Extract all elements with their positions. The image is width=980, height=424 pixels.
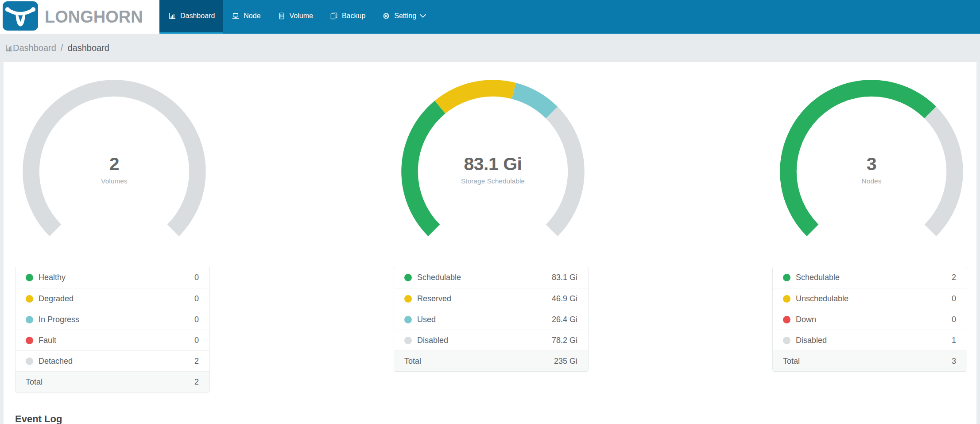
gauge-arc-disabled: [552, 113, 576, 230]
legend-value: 0: [194, 315, 199, 324]
nav-item-label: Volume: [290, 12, 313, 20]
legend-row-disabled: Disabled1: [773, 330, 967, 350]
database-icon: [278, 12, 285, 19]
legend-value: 0: [952, 315, 956, 324]
gauge-nodes: 3Nodes: [772, 62, 967, 267]
legend-table-nodes: Schedulable2Unschedulable0Down0Disabled1…: [772, 267, 967, 372]
legend-row-in-progress: In Progress0: [15, 309, 209, 330]
status-dot: [783, 337, 790, 344]
legend-label: Schedulable: [417, 273, 552, 282]
status-dot: [783, 274, 790, 281]
status-dot: [404, 295, 412, 303]
bar-chart-icon: [169, 12, 176, 19]
gauge-arc-schedulable: [788, 88, 930, 230]
gauge-storage: 83.1 GiStorage Schedulable: [394, 62, 589, 267]
content-panel: 2VolumesHealthy0Degraded0In Progress0Fau…: [4, 62, 976, 424]
gauge-volumes: 2Volumes: [15, 62, 210, 267]
legend-label: Disabled: [796, 336, 952, 345]
breadcrumb: Dashboard / dashboard: [0, 34, 980, 62]
breadcrumb-separator: /: [61, 43, 63, 53]
legend-label: In Progress: [39, 315, 194, 324]
status-dot: [26, 358, 33, 365]
gauge-center-value: 83.1 Gi: [464, 154, 522, 174]
status-dot: [404, 337, 412, 344]
legend-row-fault: Fault0: [15, 330, 209, 350]
legend-label: Schedulable: [796, 273, 952, 282]
legend-value: 2: [194, 357, 199, 366]
legend-total-value: 235 Gi: [554, 357, 577, 366]
legend-label: Fault: [39, 336, 194, 345]
legend-value: 0: [952, 294, 956, 303]
legend-row-degraded: Degraded0: [15, 288, 209, 309]
legend-label: Degraded: [39, 294, 194, 303]
gauge-arc-used: [514, 91, 552, 113]
status-dot: [783, 316, 790, 323]
chevron-down-icon: [419, 14, 426, 19]
legend-value: 0: [194, 273, 199, 282]
copy-icon: [330, 12, 337, 19]
gauge-center-label: Storage Schedulable: [461, 177, 525, 185]
gauge-arc-schedulable: [410, 107, 440, 230]
status-dot: [26, 295, 33, 303]
nav-item-label: Node: [244, 12, 260, 20]
status-dot: [404, 274, 412, 281]
brand-name: LONGHORN: [45, 8, 143, 27]
nav-item-volume[interactable]: Volume: [269, 0, 321, 34]
section-title: Event Log: [15, 413, 976, 424]
legend-total-row: Total2: [15, 371, 209, 392]
legend-row-reserved: Reserved46.9 Gi: [394, 288, 588, 309]
breadcrumb-current: dashboard: [67, 43, 109, 53]
legend-row-used: Used26.4 Gi: [394, 309, 588, 330]
legend-table-storage: Schedulable83.1 GiReserved46.9 GiUsed26.…: [394, 267, 589, 372]
legend-total-row: Total3: [773, 350, 967, 371]
legend-row-down: Down0: [773, 309, 967, 330]
nav-item-label: Setting: [394, 12, 416, 20]
nav-item-label: Backup: [342, 12, 365, 20]
nav-item-dashboard[interactable]: Dashboard: [159, 0, 223, 34]
legend-row-healthy: Healthy0: [15, 267, 209, 288]
top-navbar: LONGHORN DashboardNodeVolumeBackupSettin…: [0, 0, 980, 34]
legend-value: 0: [194, 336, 199, 345]
gauge-center-value: 2: [109, 154, 119, 174]
status-dot: [26, 316, 33, 323]
legend-value: 46.9 Gi: [552, 294, 577, 303]
legend-total-value: 2: [194, 377, 199, 387]
status-dot: [783, 295, 790, 303]
chart-column-nodes: 3NodesSchedulable2Unschedulable0Down0Dis…: [772, 62, 967, 393]
legend-label: Disabled: [417, 336, 552, 345]
legend-value: 83.1 Gi: [552, 273, 577, 282]
legend-total-label: Total: [783, 357, 952, 366]
legend-row-schedulable: Schedulable83.1 Gi: [394, 267, 588, 288]
gauge-center-label: Nodes: [862, 177, 882, 185]
legend-label: Down: [796, 315, 952, 324]
gauge-arc-reserved: [440, 88, 514, 107]
laptop-icon: [232, 12, 239, 19]
status-dot: [404, 316, 412, 323]
chart-column-storage: 83.1 GiStorage SchedulableSchedulable83.…: [394, 62, 589, 393]
legend-value: 1: [952, 336, 956, 345]
main-nav: DashboardNodeVolumeBackupSetting: [159, 0, 434, 34]
charts-row: 2VolumesHealthy0Degraded0In Progress0Fau…: [4, 62, 976, 393]
legend-label: Healthy: [39, 273, 194, 282]
gauge-center-label: Volumes: [101, 177, 128, 185]
legend-row-disabled: Disabled78.2 Gi: [394, 330, 588, 350]
breadcrumb-root-link[interactable]: Dashboard: [13, 43, 56, 53]
legend-row-unschedulable: Unschedulable0: [773, 288, 967, 309]
gauge-center-value: 3: [867, 154, 876, 174]
legend-row-schedulable: Schedulable2: [773, 267, 967, 288]
bull-icon: [3, 1, 38, 32]
legend-value: 78.2 Gi: [552, 336, 577, 345]
gauge-arc-disabled: [930, 113, 955, 230]
nav-item-setting[interactable]: Setting: [373, 0, 434, 34]
legend-row-detached: Detached2: [15, 350, 209, 371]
logo-link[interactable]: LONGHORN: [0, 0, 159, 34]
legend-total-label: Total: [26, 377, 194, 387]
legend-table-volumes: Healthy0Degraded0In Progress0Fault0Detac…: [15, 267, 210, 393]
nav-item-backup[interactable]: Backup: [321, 0, 373, 34]
legend-total-value: 3: [952, 357, 956, 366]
nav-item-node[interactable]: Node: [223, 0, 268, 34]
bar-chart-icon: [5, 44, 13, 52]
legend-label: Detached: [39, 357, 194, 366]
legend-value: 2: [952, 273, 956, 282]
legend-total-row: Total235 Gi: [394, 350, 588, 371]
